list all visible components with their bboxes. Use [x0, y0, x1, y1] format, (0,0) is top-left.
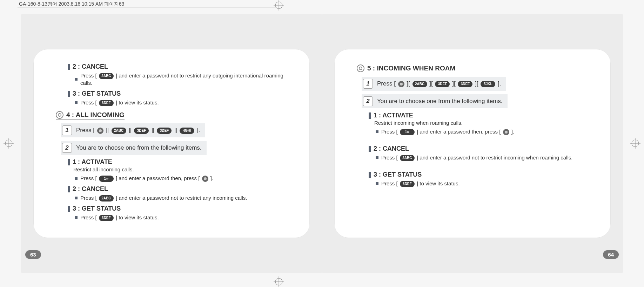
instruction-row: Press [ 2ABC ] and enter a password not …: [376, 154, 590, 161]
text-fragment: Press [: [80, 73, 97, 78]
text-fragment: Press [: [80, 214, 97, 220]
step-2: 2 You are to choose one from the followi…: [61, 141, 207, 155]
text-fragment: Press [: [80, 175, 97, 181]
crop-mark-left-icon: [4, 138, 14, 149]
text-fragment: Press [: [80, 100, 97, 105]
crop-mark-right-icon: [630, 138, 640, 149]
square-bullet-icon: [376, 130, 378, 133]
text-fragment: Press [: [377, 80, 396, 87]
step-1: 1 Press [ ][ 2ABC ][ 3DEF ][ 3DEF ][ 5JK…: [362, 77, 506, 91]
subheading-get-status: 3 : GET STATUS: [369, 171, 590, 178]
text-fragment: ].: [511, 129, 514, 135]
key-3-icon: 3DEF: [134, 128, 149, 134]
square-bullet-icon: [75, 216, 78, 219]
subheading-text: 3 : GET STATUS: [374, 171, 422, 178]
instruction-row: Press [ 2ABC ] and enter a password not …: [75, 194, 289, 201]
bar-icon: [68, 206, 70, 212]
text-fragment: ] and enter a password then, press [: [417, 129, 501, 135]
text-fragment: ].: [498, 80, 501, 87]
key-3-icon: 3DEF: [157, 128, 172, 134]
key-2-icon: 2ABC: [99, 195, 114, 201]
key-3-icon: 3DEF: [400, 181, 415, 187]
square-bullet-icon: [75, 197, 78, 199]
step-number-badge: 2: [62, 143, 72, 153]
subheading-text: 3 : GET STATUS: [73, 205, 121, 212]
bar-icon: [369, 146, 371, 152]
subheading-get-status: 3 : GET STATUS: [68, 90, 289, 97]
key-2-icon: 2ABC: [412, 81, 427, 87]
subheading-get-status: 3 : GET STATUS: [68, 205, 289, 212]
subheading-text: 1 : ACTIVATE: [374, 112, 413, 119]
bar-icon: [68, 64, 70, 70]
key-2-icon: 2ABC: [99, 73, 114, 79]
instruction-text: Press [ 1∞ ] and enter a password then, …: [381, 128, 514, 135]
page-number-left: 63: [25, 250, 41, 259]
key-4-icon: 4GHI: [180, 128, 194, 134]
text-fragment: ] and enter a password not to restrict a…: [116, 195, 247, 201]
nav-key-icon: [398, 81, 404, 87]
instruction-text: Press [ 2ABC ] and enter a password not …: [381, 154, 572, 161]
instruction-text: Press [ 1∞ ] and enter a password then, …: [80, 175, 213, 182]
text-fragment: ][: [128, 127, 132, 134]
step-text: You are to choose one from the following…: [377, 98, 503, 105]
nav-key-icon: [97, 128, 103, 134]
instruction-text: Press [ 3DEF ] to view its status.: [80, 99, 159, 106]
text-fragment: ][: [475, 80, 478, 87]
instruction-row: Press [ 2ABC ] and enter a password not …: [75, 72, 289, 87]
square-bullet-icon: [376, 156, 378, 159]
text-fragment: Press [: [381, 155, 398, 160]
text-fragment: ].: [210, 175, 213, 181]
step-2: 2 You are to choose one from the followi…: [362, 94, 508, 108]
instruction-row: Press [ 3DEF ] to view its status.: [75, 214, 289, 221]
nav-key-icon: [503, 129, 509, 135]
subheading-activate: 1 : ACTIVATE: [68, 158, 289, 166]
key-1-icon: 1∞: [400, 129, 415, 135]
text-fragment: ][: [106, 127, 109, 134]
key-1-icon: 1∞: [99, 176, 114, 182]
bar-icon: [369, 112, 371, 119]
instruction-row: Press [ 1∞ ] and enter a password then, …: [75, 175, 289, 182]
subheading-text: 2 : CANCEL: [73, 63, 108, 70]
key-3-icon: 3DEF: [99, 100, 114, 106]
subheading-text: 2 : CANCEL: [374, 145, 409, 152]
subheading-text: 3 : GET STATUS: [73, 90, 121, 97]
text-fragment: Press [: [381, 129, 398, 135]
key-2-icon: 2ABC: [112, 128, 126, 134]
text-fragment: ] and enter a password not to restrict i…: [417, 155, 572, 160]
sub-description: Restrict incoming when roaming calls.: [374, 120, 590, 126]
crop-header: GA-160-8-13영어 2003.8.16 10:15 AM 페이지63: [0, 0, 644, 7]
page-left: 2 : CANCEL Press [ 2ABC ] and enter a pa…: [21, 14, 322, 273]
page-number-right: 64: [603, 250, 619, 259]
text-fragment: ][: [407, 80, 410, 87]
text-fragment: ][: [151, 127, 154, 134]
subheading-cancel: 2 : CANCEL: [68, 63, 289, 70]
text-fragment: ][: [429, 80, 432, 87]
content-card-left: 2 : CANCEL Press [ 2ABC ] and enter a pa…: [33, 49, 310, 238]
subheading-activate: 1 : ACTIVATE: [369, 112, 590, 119]
step-text: Press [ ][ 2ABC ][ 3DEF ][ 3DEF ][ 4GHI …: [76, 127, 200, 134]
step-text: You are to choose one from the following…: [76, 144, 202, 151]
subheading-cancel: 2 : CANCEL: [369, 145, 590, 152]
nav-key-icon: [202, 176, 208, 182]
section-heading-text: 4 : ALL INCOMING: [66, 111, 125, 119]
key-3-icon: 3DEF: [435, 81, 450, 87]
text-fragment: Press [: [80, 195, 97, 201]
step-1: 1 Press [ ][ 2ABC ][ 3DEF ][ 3DEF ][ 4GH…: [61, 123, 205, 137]
crop-line: [18, 7, 277, 7]
key-5-icon: 5JKL: [481, 81, 495, 87]
instruction-row: Press [ 3DEF ] to view its status.: [376, 180, 590, 187]
instruction-row: Press [ 1∞ ] and enter a password then, …: [376, 128, 590, 135]
text-fragment: ] to view its status.: [417, 180, 460, 186]
text-fragment: ].: [197, 127, 200, 134]
text-fragment: ] to view its status.: [116, 214, 159, 220]
instruction-text: Press [ 3DEF ] to view its status.: [80, 214, 159, 221]
step-number-badge: 1: [363, 79, 373, 89]
text-fragment: ] and enter a password then, press [: [116, 175, 200, 181]
crop-mark-bottom-icon: [274, 276, 284, 287]
text-fragment: ][: [452, 80, 455, 87]
bar-icon: [68, 159, 70, 165]
instruction-text: Press [ 3DEF ] to view its status.: [381, 180, 460, 187]
square-bullet-icon: [75, 101, 78, 104]
instruction-text: Press [ 2ABC ] and enter a password not …: [80, 194, 247, 201]
section-heading-incoming-when-roam: 5 : INCOMING WHEN ROAM: [357, 64, 455, 73]
